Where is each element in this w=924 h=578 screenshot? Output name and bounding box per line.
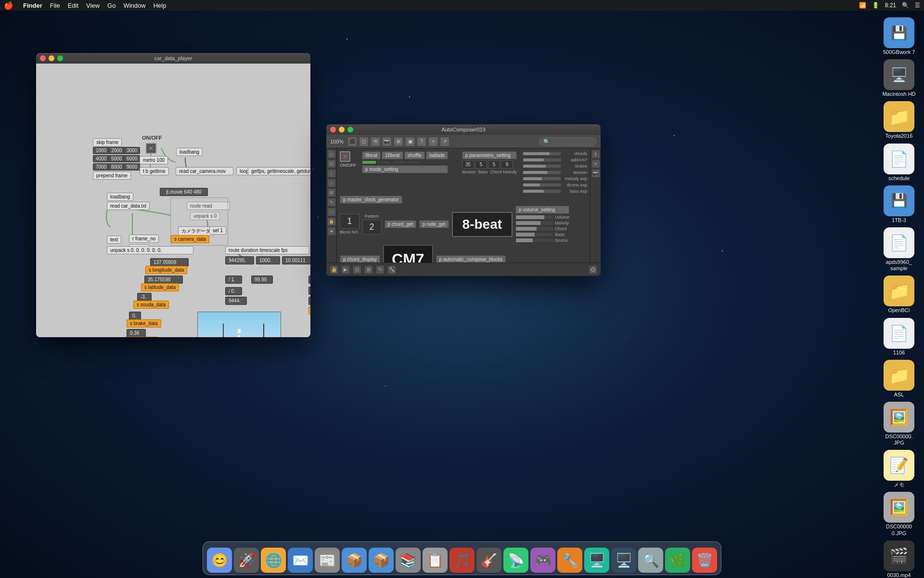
strip-btn-2[interactable]: ⊡: [328, 160, 335, 168]
dock-news[interactable]: 📰: [315, 548, 340, 573]
node-1000[interactable]: 1000: [93, 147, 109, 154]
dock-launchpad[interactable]: 🚀: [234, 548, 259, 573]
desktop-icon-1tb[interactable]: 💾 1TB-3: [880, 185, 918, 223]
pattern-display[interactable]: 2: [362, 220, 382, 235]
strip-btn-3[interactable]: ↕: [328, 170, 335, 177]
strip-btn-6[interactable]: ✎: [328, 198, 335, 206]
toggle-onoff[interactable]: ✕: [146, 143, 156, 154]
desktop-icon-openbci[interactable]: 📁 OpenBCI: [880, 276, 918, 314]
slider-addam7[interactable]: [523, 158, 561, 162]
volume-slider[interactable]: [515, 215, 554, 220]
info-btn[interactable]: ℹ: [592, 150, 600, 158]
toolbar-btn-7[interactable]: ?: [417, 137, 426, 146]
menubar-edit[interactable]: Edit: [68, 2, 78, 9]
dock-icon9[interactable]: 🔧: [557, 548, 582, 573]
toolbar-btn-9[interactable]: ↗: [440, 137, 449, 146]
dock-icon8[interactable]: 🎮: [530, 548, 555, 573]
btn-volume-setting[interactable]: p volume_setting: [515, 206, 569, 214]
dock-mail[interactable]: ✉️: [288, 548, 313, 573]
desktop-icon-video[interactable]: 🎬 0030.mp4: [880, 540, 918, 578]
btn-shuffle[interactable]: shuffle: [404, 151, 425, 159]
toolbar-btn-8[interactable]: +: [428, 137, 438, 146]
dock-safari[interactable]: 🌐: [261, 548, 286, 573]
strip-btn-4[interactable]: ♪: [328, 179, 335, 187]
strip-btn-8[interactable]: 🔒: [328, 218, 335, 225]
auto-window-close[interactable]: [330, 127, 336, 132]
toolbar-btn-2[interactable]: ◻: [359, 137, 369, 146]
slider-timbre[interactable]: [523, 164, 561, 168]
btn-note-get[interactable]: p note_get: [419, 220, 449, 228]
auto-window-maximize[interactable]: [347, 127, 353, 132]
dock-icon3[interactable]: 📚: [396, 548, 421, 573]
slider-chords[interactable]: [523, 152, 561, 156]
apple-menu[interactable]: 🍎: [4, 1, 13, 10]
menubar-view[interactable]: View: [86, 2, 100, 9]
toolbar-btn-3[interactable]: ⟲: [371, 137, 380, 146]
slider-drums-exp[interactable]: [523, 183, 561, 187]
node-7000[interactable]: 7000: [93, 163, 109, 171]
auto-window-minimize[interactable]: [339, 127, 345, 132]
melody-vol-slider[interactable]: [515, 221, 554, 225]
btn-mode-setting[interactable]: p mode_setting: [362, 165, 448, 173]
node-6000[interactable]: 6000: [124, 155, 140, 162]
bottom-btn-grid[interactable]: ⊞: [365, 266, 372, 274]
desktop-icon-apds[interactable]: 📄 apds9960_ sample: [880, 227, 918, 272]
bottom-btn-tag[interactable]: ✎: [376, 266, 384, 274]
node-4000[interactable]: 4000: [93, 155, 109, 162]
node-9000[interactable]: 9000: [124, 163, 140, 171]
btn-16beat[interactable]: 16beat: [382, 151, 403, 159]
dock-icon1[interactable]: 📦: [342, 548, 367, 573]
window-close[interactable]: [40, 55, 46, 61]
btn-8beat[interactable]: 8beat: [362, 151, 381, 159]
tension-number[interactable]: 35: [462, 160, 474, 169]
bottom-btn-node[interactable]: ⊡: [353, 266, 361, 274]
bottom-btn-wrench[interactable]: 🔧: [388, 266, 396, 274]
toolbar-btn-4[interactable]: 📷: [382, 137, 392, 146]
strip-btn-7[interactable]: ←: [328, 208, 335, 216]
dock-icon12[interactable]: 🔍: [638, 548, 663, 573]
dock-icon7[interactable]: 📡: [503, 548, 528, 573]
dock-icon13[interactable]: 🌿: [665, 548, 690, 573]
bass-vol-slider[interactable]: [515, 232, 554, 237]
btn-automatic-compose[interactable]: p automatic_compose_blocks: [436, 255, 506, 263]
list-btn[interactable]: ≡: [592, 160, 600, 168]
node-8000[interactable]: 8000: [108, 163, 125, 171]
ac-toggle-onoff[interactable]: ✕: [340, 151, 350, 162]
chord-number[interactable]: 5: [488, 160, 500, 169]
drums-vol-slider[interactable]: [515, 238, 554, 243]
strip-btn-5[interactable]: ⊞: [328, 189, 335, 197]
node-2000[interactable]: 2000: [108, 147, 125, 154]
btn-ballade[interactable]: ballade: [426, 151, 448, 159]
btn-parameters-setting[interactable]: p parameters_setting: [462, 151, 517, 159]
photo-btn[interactable]: 📷: [592, 170, 600, 177]
toolbar-btn-6[interactable]: ▣: [405, 137, 415, 146]
strip-btn-9[interactable]: ★: [328, 227, 335, 235]
dock-icon6[interactable]: 🎸: [476, 548, 501, 573]
desktop-icon-dsc2[interactable]: 🖼️ DSC00000 0.JPG: [880, 492, 918, 536]
bottom-btn-lock[interactable]: 🔒: [330, 266, 338, 274]
desktop-icon-asl[interactable]: 📁 ASL: [880, 360, 918, 398]
menubar-controls-icon[interactable]: ☰: [915, 2, 920, 9]
btn-chord-get[interactable]: p chord_get: [385, 220, 417, 228]
bottom-btn-power[interactable]: ⏻: [589, 266, 597, 274]
block-no-display[interactable]: 1: [340, 214, 359, 229]
menubar-file[interactable]: File: [50, 2, 60, 9]
menubar-finder[interactable]: Finder: [23, 2, 42, 9]
window-maximize[interactable]: [57, 55, 63, 61]
dock-icon4[interactable]: 📋: [423, 548, 448, 573]
dock-icon11[interactable]: 🖥️: [611, 548, 636, 573]
menubar-help[interactable]: Help: [154, 2, 167, 9]
melody-number[interactable]: 9: [501, 160, 513, 169]
slider-melody-exp[interactable]: [523, 177, 561, 181]
btn-master-clock[interactable]: p master_clock_generator: [340, 196, 402, 204]
desktop-icon-memo[interactable]: 📝 メモ: [880, 450, 918, 488]
desktop-icon-dsc1[interactable]: 🖼️ DSC00000. JPG: [880, 402, 918, 446]
dock-trash[interactable]: 🗑️: [692, 548, 717, 573]
desktop-icon-1106[interactable]: 📄 1106: [880, 318, 918, 356]
menubar-window[interactable]: Window: [123, 2, 145, 9]
bottom-btn-present[interactable]: ▶: [342, 266, 349, 274]
menubar-go[interactable]: Go: [107, 2, 116, 9]
desktop-icon-schedule[interactable]: 📄 schedule: [880, 144, 918, 182]
menubar-search-icon[interactable]: 🔍: [902, 2, 909, 9]
slider-bass-exp[interactable]: [523, 189, 561, 193]
